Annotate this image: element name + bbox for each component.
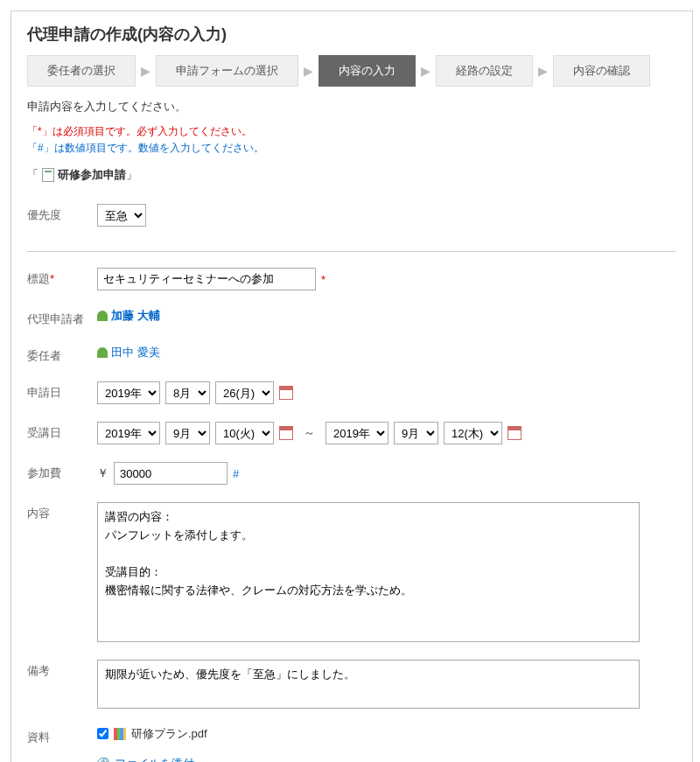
chevron-right-icon: ▶ bbox=[533, 64, 553, 78]
notes-label: 備考 bbox=[27, 660, 97, 679]
content-textarea[interactable] bbox=[97, 502, 640, 642]
page-title: 代理申請の作成(内容の入力) bbox=[27, 24, 676, 45]
calendar-icon[interactable] bbox=[508, 426, 522, 440]
chevron-right-icon: ▶ bbox=[136, 64, 156, 78]
fee-input[interactable] bbox=[114, 462, 228, 485]
numeric-mark-icon: # bbox=[233, 467, 239, 480]
step-content[interactable]: 内容の入力 bbox=[318, 55, 416, 87]
end-day-select[interactable]: 12(木) bbox=[444, 422, 502, 444]
attach-file-link[interactable]: ファイルを添付 bbox=[115, 756, 194, 762]
step-confirm[interactable]: 内容の確認 bbox=[553, 55, 650, 87]
step-form[interactable]: 申請フォームの選択 bbox=[156, 55, 298, 87]
calendar-icon[interactable] bbox=[279, 426, 293, 440]
attachment-filename: 研修プラン.pdf bbox=[131, 726, 207, 742]
document-icon bbox=[42, 168, 54, 182]
end-year-select[interactable]: 2019年 bbox=[326, 422, 388, 444]
attachment-label: 資料 bbox=[27, 726, 97, 745]
user-icon bbox=[97, 311, 108, 321]
subject-input[interactable] bbox=[97, 268, 316, 290]
priority-select[interactable]: 至急 bbox=[97, 204, 146, 227]
priority-label: 優先度 bbox=[27, 204, 97, 223]
file-icon bbox=[114, 728, 126, 740]
user-icon bbox=[97, 347, 108, 358]
proxy-user-link[interactable]: 加藤 大輔 bbox=[97, 308, 160, 324]
apply-year-select[interactable]: 2019年 bbox=[97, 381, 160, 404]
range-separator: ～ bbox=[298, 425, 320, 441]
end-month-select[interactable]: 9月 bbox=[394, 422, 438, 444]
start-year-select[interactable]: 2019年 bbox=[97, 422, 160, 444]
step-delegator[interactable]: 委任者の選択 bbox=[27, 55, 136, 87]
subject-label: 標題* bbox=[27, 268, 97, 287]
form-title: 研修参加申請 bbox=[58, 167, 126, 183]
legend-required: 「*」は必須項目です。必ず入力してください。 bbox=[27, 125, 252, 137]
apply-day-select[interactable]: 26(月) bbox=[215, 381, 274, 404]
content-label: 内容 bbox=[27, 502, 97, 521]
currency-symbol: ￥ bbox=[97, 465, 108, 481]
required-mark-icon: * bbox=[321, 273, 326, 286]
legend-numeric: 「#」は数値項目です。数値を入力してください。 bbox=[27, 142, 264, 154]
delegator-user-link[interactable]: 田中 愛美 bbox=[97, 345, 160, 360]
chevron-right-icon: ▶ bbox=[416, 64, 436, 78]
start-month-select[interactable]: 9月 bbox=[165, 422, 210, 444]
paperclip-icon bbox=[97, 758, 109, 762]
calendar-icon[interactable] bbox=[279, 386, 293, 400]
course-date-label: 受講日 bbox=[27, 422, 97, 441]
form-title-row: 「 研修参加申請 」 bbox=[27, 167, 676, 183]
legend-block: 「*」は必須項目です。必ず入力してください。 「#」は数値項目です。数値を入力し… bbox=[27, 123, 676, 157]
apply-month-select[interactable]: 8月 bbox=[165, 381, 210, 404]
delegator-label: 委任者 bbox=[27, 345, 97, 364]
chevron-right-icon: ▶ bbox=[298, 64, 318, 78]
attachment-checkbox[interactable] bbox=[97, 728, 108, 739]
notes-textarea[interactable] bbox=[97, 660, 640, 709]
apply-date-label: 申請日 bbox=[27, 381, 97, 401]
proxy-label: 代理申請者 bbox=[27, 308, 97, 327]
wizard-stepper: 委任者の選択 ▶ 申請フォームの選択 ▶ 内容の入力 ▶ 経路の設定 ▶ 内容の… bbox=[27, 55, 676, 87]
start-day-select[interactable]: 10(火) bbox=[215, 422, 274, 444]
step-route[interactable]: 経路の設定 bbox=[436, 55, 533, 87]
fee-label: 参加費 bbox=[27, 462, 97, 481]
intro-text: 申請内容を入力してください。 bbox=[27, 99, 676, 115]
attachment-item: 研修プラン.pdf bbox=[97, 726, 207, 742]
